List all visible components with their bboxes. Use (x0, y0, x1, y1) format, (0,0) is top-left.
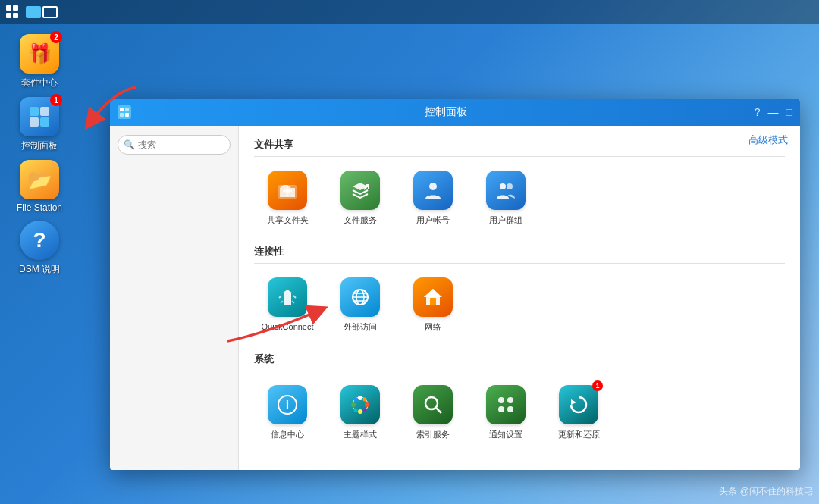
connectivity-grid: QuickConnect 外部访问 (254, 273, 785, 337)
index-service-label: 索引服务 (416, 429, 450, 440)
section-title-file-sharing: 文件共享 (254, 138, 785, 157)
file-services-icon (340, 171, 380, 210)
window-sidebar: 🔍 (110, 126, 239, 470)
info-center-icon: i (268, 385, 307, 424)
svg-rect-6 (120, 108, 124, 111)
svg-point-41 (498, 397, 504, 403)
svg-rect-3 (40, 117, 49, 127)
svg-point-19 (507, 183, 513, 189)
grid-item-quickconnect[interactable]: QuickConnect (254, 273, 321, 337)
external-access-label: 外部访问 (344, 321, 377, 332)
svg-point-42 (507, 397, 513, 403)
desktop-icon-control-panel[interactable]: 1 控制面板 (9, 97, 70, 152)
grid-item-notification[interactable]: 通知设置 (472, 380, 539, 444)
notification-icon (486, 385, 526, 424)
taskbar (0, 0, 819, 24)
control-panel-badge: 1 (50, 94, 62, 106)
shared-folder-icon (268, 171, 307, 210)
notification-label: 通知设置 (489, 429, 522, 440)
section-title-connectivity: 连接性 (254, 245, 785, 264)
svg-rect-8 (120, 113, 124, 117)
package-center-label: 套件中心 (21, 77, 58, 89)
update-restore-label: 更新和还原 (558, 429, 600, 440)
svg-point-35 (363, 397, 367, 401)
watermark: 头条 @闲不住的科技宅 (719, 485, 813, 498)
window-title-text: 控制面板 (137, 105, 755, 119)
grid-item-external-access[interactable]: 外部访问 (327, 273, 394, 337)
svg-marker-45 (571, 399, 576, 405)
svg-rect-7 (125, 108, 129, 111)
desktop-icon-package-center[interactable]: 🎁 2 套件中心 (9, 34, 70, 89)
grid-item-index-service[interactable]: 索引服务 (400, 380, 466, 444)
grid-item-update-restore[interactable]: 1 更新和还原 (545, 380, 612, 444)
desktop-icons: 🎁 2 套件中心 1 控制面板 📂 File Station (9, 34, 70, 276)
svg-rect-1 (40, 107, 49, 116)
grid-item-shared-folder[interactable]: 共享文件夹 (254, 166, 321, 230)
grid-item-theme-style[interactable]: 主题样式 (327, 380, 394, 444)
window-title-icon (118, 105, 131, 119)
window-controls: ? — □ (755, 106, 792, 118)
advanced-mode-button[interactable]: 高级模式 (748, 133, 788, 147)
window-titlebar: 控制面板 ? — □ (110, 99, 800, 126)
section-title-system: 系统 (254, 352, 785, 371)
svg-point-36 (363, 408, 367, 412)
svg-point-44 (507, 406, 513, 412)
svg-point-11 (285, 189, 290, 193)
user-group-icon (486, 171, 526, 210)
dsm-help-icon: ? (20, 221, 59, 260)
svg-point-18 (500, 183, 506, 189)
user-account-icon (413, 171, 453, 210)
file-services-label: 文件服务 (344, 214, 377, 225)
external-access-icon (340, 277, 380, 317)
desktop-icon-dsm-help[interactable]: ? DSM 说明 (9, 221, 70, 276)
window-content: 高级模式 文件共享 (239, 126, 800, 470)
info-center-label: 信息中心 (271, 429, 304, 440)
svg-point-37 (354, 397, 358, 401)
index-service-icon (413, 385, 453, 424)
file-sharing-grid: 共享文件夹 文件服务 (254, 166, 785, 230)
control-panel-window: 控制面板 ? — □ 🔍 高级模式 文件共享 (110, 99, 800, 470)
svg-text:i: i (286, 399, 289, 412)
svg-point-34 (351, 402, 356, 407)
svg-point-33 (358, 409, 362, 414)
file-station-icon: 📂 (20, 160, 59, 199)
help-button[interactable]: ? (755, 106, 761, 118)
svg-rect-9 (125, 113, 129, 117)
file-station-label: File Station (17, 202, 62, 213)
package-center-badge: 2 (50, 31, 62, 43)
shared-folder-label: 共享文件夹 (267, 214, 309, 225)
theme-style-icon (340, 385, 380, 424)
grid-item-info-center[interactable]: i 信息中心 (254, 380, 321, 444)
user-account-label: 用户帐号 (416, 214, 450, 225)
control-panel-label: 控制面板 (21, 139, 58, 152)
search-icon: 🔍 (124, 139, 135, 150)
svg-point-32 (365, 402, 369, 407)
grid-item-user-group[interactable]: 用户群组 (472, 166, 539, 230)
update-restore-icon: 1 (559, 385, 598, 424)
window-body: 🔍 高级模式 文件共享 (110, 126, 800, 470)
svg-point-17 (429, 183, 437, 190)
maximize-button[interactable]: □ (786, 106, 792, 118)
svg-rect-26 (430, 298, 436, 305)
svg-line-40 (436, 408, 441, 413)
theme-style-label: 主题样式 (344, 429, 377, 440)
svg-rect-0 (30, 107, 39, 116)
network-icon (413, 277, 453, 317)
network-label: 网络 (425, 321, 441, 332)
system-grid: i 信息中心 (254, 380, 785, 444)
grid-item-user-account[interactable]: 用户帐号 (400, 166, 466, 230)
user-group-label: 用户群组 (489, 214, 522, 225)
grid-item-file-services[interactable]: 文件服务 (327, 166, 394, 230)
desktop-icon-file-station[interactable]: 📂 File Station (9, 160, 70, 213)
sidebar-search-container: 🔍 (118, 135, 231, 155)
minimize-button[interactable]: — (768, 106, 779, 118)
svg-rect-2 (30, 117, 39, 127)
grid-icon (6, 5, 20, 19)
svg-point-39 (425, 397, 438, 409)
quickconnect-icon (268, 277, 307, 317)
grid-item-network[interactable]: 网络 (400, 273, 466, 337)
svg-point-38 (354, 408, 358, 412)
window-icon (26, 6, 58, 18)
dsm-help-label: DSM 说明 (19, 263, 60, 276)
quickconnect-label: QuickConnect (261, 321, 313, 332)
